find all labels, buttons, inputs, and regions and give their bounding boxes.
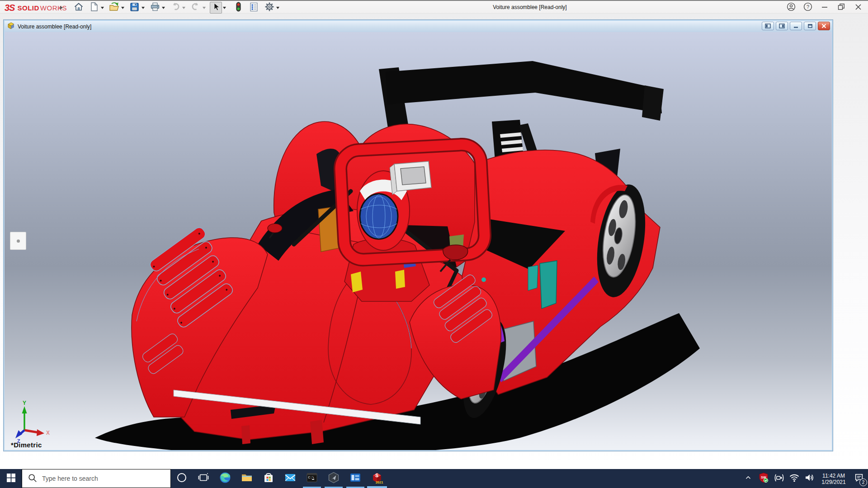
file-properties-icon — [250, 2, 258, 14]
redo-button[interactable] — [189, 2, 202, 14]
tray-volume[interactable] — [802, 469, 817, 488]
save-floppy-icon — [130, 2, 139, 14]
taskbar-app-edge[interactable] — [214, 469, 236, 488]
windows-logo-icon — [7, 474, 15, 484]
taskbar-app-command-prompt[interactable]: C:\ — [301, 469, 323, 488]
quick-access-toolbar — [72, 2, 280, 14]
account-button[interactable] — [786, 2, 797, 13]
view-orientation-label: *Dimetric — [11, 441, 42, 449]
undo-button[interactable] — [169, 2, 181, 14]
active-indicator — [367, 486, 387, 488]
document-title: Voiture assomblee [Read-only] — [18, 23, 91, 30]
minimize-button[interactable] — [819, 2, 830, 13]
wifi-icon — [789, 472, 800, 485]
logo-solid: SOLID — [17, 4, 39, 12]
save-dropdown[interactable] — [141, 2, 146, 14]
car-door-window-teal — [540, 261, 557, 309]
undo-icon — [170, 2, 180, 13]
redo-dropdown[interactable] — [202, 2, 207, 14]
tray-clock[interactable]: 11:42 AM 1/29/2021 — [817, 472, 850, 485]
orientation-triad: Y X Z — [14, 399, 52, 443]
taskbar-app-solidworks[interactable]: S2021 — [366, 469, 388, 488]
app-window-title: Voiture assomblee [Read-only] — [493, 4, 566, 10]
select-tool-button[interactable] — [210, 2, 222, 14]
tray-solidworks-monitor[interactable]: SW — [756, 469, 771, 488]
tray-wifi[interactable] — [787, 469, 802, 488]
account-icon — [787, 2, 796, 13]
print-button[interactable] — [149, 2, 161, 14]
file-explorer-icon — [241, 472, 253, 485]
minimize-icon — [821, 4, 828, 12]
start-button[interactable] — [0, 469, 22, 488]
cortana-button[interactable] — [171, 469, 193, 488]
edge-icon — [219, 472, 231, 485]
save-button[interactable] — [128, 2, 141, 14]
doc-pane-left-button[interactable] — [762, 22, 774, 30]
help-icon: ? — [803, 2, 812, 13]
tray-chevron-button[interactable] — [741, 469, 756, 488]
logo-3ds-mark: 3S — [5, 3, 14, 13]
cad-viewer-hexagon-icon — [328, 472, 340, 485]
file-properties-button[interactable] — [248, 2, 260, 14]
restore-icon — [838, 3, 845, 12]
clock-date: 1/29/2021 — [817, 479, 850, 485]
triad-y-label: Y — [23, 400, 26, 406]
home-button[interactable] — [72, 2, 85, 14]
restore-button[interactable] — [836, 2, 847, 13]
doc-close-button[interactable] — [818, 22, 830, 30]
taskbar-app-media[interactable] — [344, 469, 366, 488]
handle-dot — [17, 239, 20, 243]
tray-meet-now[interactable] — [771, 469, 787, 488]
taskbar-search-box[interactable]: Type here to search — [22, 469, 171, 488]
doc-minimize-button[interactable] — [790, 22, 802, 30]
open-button[interactable] — [108, 2, 120, 14]
taskbar-app-store[interactable] — [258, 469, 279, 488]
svg-text:?: ? — [807, 4, 809, 9]
new-document-button[interactable] — [88, 2, 100, 14]
graphics-viewport[interactable]: Y X Z *Dimetric — [5, 32, 832, 450]
options-dropdown[interactable] — [275, 2, 280, 14]
triad-x-label: X — [46, 430, 50, 436]
taskbar-app-mail[interactable] — [279, 469, 301, 488]
window-controls: ? — [786, 2, 863, 13]
options-button[interactable] — [263, 2, 275, 14]
redo-icon — [191, 2, 201, 13]
action-center-button[interactable]: 2 — [850, 469, 868, 488]
document-titlebar[interactable]: Voiture assomblee [Read-only] — [5, 21, 832, 32]
solidworks-app-icon: S2021 — [371, 471, 383, 486]
task-view-icon — [198, 472, 209, 485]
task-view-button[interactable] — [193, 469, 214, 488]
open-dropdown[interactable] — [120, 2, 125, 14]
close-icon — [855, 4, 862, 12]
help-button[interactable]: ? — [802, 2, 813, 13]
close-button[interactable] — [853, 2, 863, 13]
logo-flyout-arrow-icon[interactable] — [58, 4, 65, 11]
new-document-dropdown[interactable] — [100, 2, 105, 14]
new-document-icon — [90, 2, 99, 14]
undo-dropdown[interactable] — [181, 2, 186, 14]
svg-text:C:\: C:\ — [308, 476, 315, 479]
svg-text:S: S — [375, 473, 378, 478]
traffic-light-icon — [236, 2, 241, 14]
doc-pane-right-button[interactable] — [776, 22, 788, 30]
feature-manager-handle[interactable] — [10, 232, 26, 250]
rebuild-button[interactable] — [232, 2, 245, 14]
taskbar-app-cad-viewer[interactable] — [323, 469, 344, 488]
select-tool-dropdown[interactable] — [222, 2, 227, 14]
gear-icon — [264, 2, 274, 14]
meet-now-camera-icon — [774, 473, 784, 485]
taskbar-app-file-explorer[interactable] — [236, 469, 258, 488]
search-icon — [28, 473, 38, 484]
cortana-icon — [176, 472, 187, 485]
select-cursor-icon — [212, 2, 220, 13]
desktop-screen: 3S SOLID WORKS — [0, 0, 868, 488]
app-titlebar: 3S SOLID WORKS — [0, 0, 868, 14]
car-3d-model[interactable] — [5, 32, 832, 450]
svg-text:2021: 2021 — [376, 480, 383, 484]
print-dropdown[interactable] — [161, 2, 166, 14]
open-folder-icon — [109, 2, 120, 14]
doc-restore-button[interactable] — [804, 22, 816, 30]
notification-badge: 2 — [859, 479, 867, 486]
windows-taskbar: Type here to search C:\ — [0, 469, 868, 488]
system-tray: SW 11:42 AM 1/29/2021 2 — [741, 469, 868, 488]
